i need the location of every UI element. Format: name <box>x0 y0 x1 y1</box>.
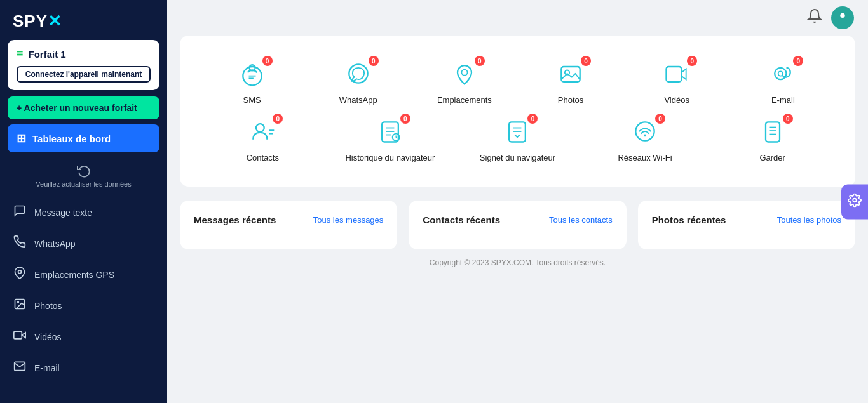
sidebar-label: Emplacements GPS <box>34 270 114 280</box>
historique-stat-icon <box>376 117 404 145</box>
stat-email[interactable]: 0 E-mail <box>730 53 836 111</box>
forfait-title: ≡ Forfait 1 <box>17 48 151 61</box>
sidebar-item-emplacements[interactable]: Emplacements GPS <box>0 259 167 290</box>
svg-point-5 <box>840 13 844 18</box>
stat-reseaux-wifi[interactable]: 0 Réseaux Wi-Fi <box>581 111 709 169</box>
contacts-badge: 0 <box>273 114 283 124</box>
email-icon-wrap: 0 <box>769 60 797 90</box>
email-label: E-mail <box>771 95 795 105</box>
sidebar-item-whatsapp[interactable]: WhatsApp <box>0 228 167 259</box>
wifi-icon-wrap: 0 <box>631 117 659 148</box>
stat-emplacements[interactable]: 0 Emplacements <box>411 53 517 111</box>
stat-garder[interactable]: 0 Garder <box>709 111 836 169</box>
historique-icon-wrap: 0 <box>376 117 404 148</box>
svg-point-17 <box>778 71 783 76</box>
settings-fab[interactable] <box>841 184 868 219</box>
sms-badge: 0 <box>262 56 273 66</box>
message-texte-icon <box>13 204 27 220</box>
sidebar-label: E-mail <box>34 363 60 373</box>
svg-rect-4 <box>14 331 22 339</box>
historique-badge: 0 <box>400 114 410 124</box>
svg-point-0 <box>18 270 22 274</box>
signet-badge: 0 <box>527 114 538 124</box>
topbar <box>167 0 868 36</box>
sidebar-label: WhatsApp <box>34 239 76 249</box>
whatsapp-badge: 0 <box>369 56 379 66</box>
garder-label: Garder <box>759 153 785 162</box>
svg-point-11 <box>461 70 467 76</box>
stat-sms[interactable]: 0 SMS <box>199 53 305 111</box>
tous-messages-link[interactable]: Tous les messages <box>313 215 384 225</box>
messages-header: Messages récents Tous les messages <box>194 215 383 225</box>
photos-stat-icon <box>557 60 585 88</box>
avatar[interactable] <box>831 6 854 29</box>
stat-photos[interactable]: 0 Photos <box>517 53 623 111</box>
stat-historique[interactable]: 0 Historique du navigateur <box>327 111 454 169</box>
forfait-icon: ≡ <box>17 48 24 61</box>
garder-icon-wrap: 0 <box>759 117 787 148</box>
stat-signet[interactable]: 0 Signet du navigateur <box>454 111 581 169</box>
sms-icon-wrap: 0 <box>238 60 266 90</box>
svg-rect-31 <box>766 122 780 142</box>
contacts-recents-card: Contacts récents Tous les contacts <box>409 201 626 249</box>
wifi-badge: 0 <box>655 114 665 124</box>
historique-label: Historique du navigateur <box>345 153 435 162</box>
contacts-header: Contacts récents Tous les contacts <box>423 215 612 225</box>
messages-recents-card: Messages récents Tous les messages <box>180 201 397 249</box>
photos-icon-wrap: 0 <box>557 60 585 90</box>
photos-header: Photos récentes Toutes les photos <box>652 215 841 225</box>
photos-recentes-card: Photos récentes Toutes les photos <box>638 201 855 249</box>
tableaux-button[interactable]: ⊞ Tableaux de bord <box>8 124 159 152</box>
forfait-card: ≡ Forfait 1 Connectez l'appareil mainten… <box>8 40 159 90</box>
svg-point-35 <box>853 198 857 202</box>
photos-badge: 0 <box>581 56 591 66</box>
svg-point-16 <box>775 68 787 79</box>
refresh-icon[interactable] <box>77 164 91 178</box>
photos-icon <box>13 298 27 314</box>
svg-rect-12 <box>561 67 580 82</box>
contacts-icon-wrap: 0 <box>248 117 276 148</box>
videos-icon <box>13 329 27 345</box>
whatsapp-icon <box>13 235 27 251</box>
recent-cards-row: Messages récents Tous les messages Conta… <box>180 201 855 249</box>
stat-whatsapp[interactable]: 0 WhatsApp <box>305 53 411 111</box>
copyright-text: Copyright © 2023 SPYX.COM. Tous droits r… <box>430 258 606 267</box>
sms-stat-icon <box>238 60 266 88</box>
svg-point-2 <box>17 301 18 303</box>
footer: Copyright © 2023 SPYX.COM. Tous droits r… <box>180 249 855 271</box>
notification-icon[interactable] <box>807 8 822 27</box>
garder-badge: 0 <box>783 114 793 124</box>
email-stat-icon <box>769 60 797 88</box>
whatsapp-stat-icon <box>344 60 372 88</box>
sms-label: SMS <box>243 95 261 105</box>
toutes-photos-link[interactable]: Toutes les photos <box>777 215 841 225</box>
acheter-button[interactable]: + Acheter un nouveau forfait <box>8 96 159 119</box>
svg-marker-3 <box>22 333 25 338</box>
signet-stat-icon <box>503 117 531 145</box>
garder-stat-icon <box>759 117 787 145</box>
emplacements-stat-icon <box>451 60 478 88</box>
email-badge: 0 <box>793 56 803 66</box>
emplacements-icon-wrap: 0 <box>451 60 478 90</box>
sidebar-label: Photos <box>34 301 62 311</box>
tableaux-label: Tableaux de bord <box>32 133 111 144</box>
actualiser-section: Veuillez actualiser les données <box>0 164 167 188</box>
photos-title: Photos récentes <box>652 215 726 225</box>
actualiser-label: Veuillez actualiser les données <box>36 180 131 188</box>
sidebar-item-email[interactable]: E-mail <box>0 352 167 383</box>
connectez-button[interactable]: Connectez l'appareil maintenant <box>17 66 151 83</box>
emplacements-label: Emplacements <box>437 95 492 105</box>
stat-videos[interactable]: 0 Vidéos <box>624 53 730 111</box>
tous-contacts-link[interactable]: Tous les contacts <box>549 215 613 225</box>
videos-badge: 0 <box>687 56 697 66</box>
stat-contacts[interactable]: 0 Contacts <box>199 111 327 169</box>
forfait-label: Forfait 1 <box>29 49 66 60</box>
sidebar-item-videos[interactable]: Vidéos <box>0 321 167 352</box>
svg-point-18 <box>256 124 264 132</box>
emplacements-icon <box>13 267 27 282</box>
sidebar-item-photos[interactable]: Photos <box>0 290 167 321</box>
whatsapp-label: WhatsApp <box>339 95 377 105</box>
content-area: 0 SMS 0 WhatsApp <box>167 36 868 403</box>
sidebar-item-message-texte[interactable]: Message texte <box>0 197 167 228</box>
tableaux-icon: ⊞ <box>17 131 26 145</box>
